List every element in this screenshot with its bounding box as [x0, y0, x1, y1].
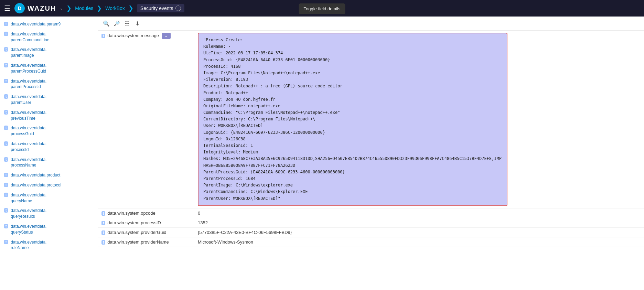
field-table: tdata.win.system.message⌄"Process Create…: [98, 31, 644, 247]
sidebar-item-label-6: data.win.eventdata. previousTime: [11, 110, 46, 121]
sidebar-item-6[interactable]: tdata.win.eventdata. previousTime: [0, 108, 98, 123]
logo-avatar: D: [14, 3, 25, 13]
table-row-0: tdata.win.system.message⌄"Process Create…: [98, 31, 644, 208]
table-row-2: tdata.win.system.processID1352: [98, 218, 644, 227]
type-badge-0: t: [4, 22, 8, 26]
sidebar-item-8[interactable]: tdata.win.eventdata. processId: [0, 139, 98, 155]
breadcrumb-security-events-label: Security events: [140, 6, 173, 11]
zoom-out-icon[interactable]: 🔎: [112, 19, 121, 28]
sidebar-item-label-1: data.win.eventdata. parentCommandLine: [11, 31, 49, 43]
sidebar-item-label-10: data.win.eventdata.product: [11, 172, 60, 178]
chevron-down-button[interactable]: ⌄: [162, 33, 171, 39]
field-value-3: {5770385F-C22A-43E0-BF4C-06F5698FFBD9}: [198, 230, 292, 235]
main-container: tdata.win.eventdata.param9tdata.win.even…: [0, 17, 644, 290]
type-badge-5: t: [4, 94, 8, 99]
logo-text: WAZUH: [28, 4, 56, 12]
breadcrumb-security-events[interactable]: Security events i: [137, 4, 184, 12]
sidebar-item-11[interactable]: tdata.win.eventdata.protocol: [0, 180, 98, 190]
field-type-badge-0: t: [101, 34, 105, 38]
sidebar-item-label-15: data.win.eventdata. ruleName: [11, 239, 46, 251]
type-badge-3: t: [4, 63, 8, 67]
field-value-cell-3: {5770385F-C22A-43E0-BF4C-06F5698FFBD9}: [194, 227, 644, 237]
zoom-in-icon[interactable]: 🔍: [102, 19, 110, 28]
sidebar-item-4[interactable]: tdata.win.eventdata. parentProcessId: [0, 76, 98, 92]
field-value-cell-4: Microsoft-Windows-Sysmon: [194, 237, 644, 247]
type-badge-7: t: [4, 126, 8, 130]
sidebar-item-label-9: data.win.eventdata. processName: [11, 157, 46, 169]
sidebar: tdata.win.eventdata.param9tdata.win.even…: [0, 17, 98, 290]
hamburger-icon[interactable]: ☰: [4, 4, 10, 12]
field-name-4: data.win.system.providerName: [107, 239, 169, 245]
field-type-badge-4: t: [101, 240, 105, 245]
breadcrumb-workbox[interactable]: WorkBox: [105, 6, 125, 11]
sidebar-item-10[interactable]: tdata.win.eventdata.product: [0, 170, 98, 180]
top-nav: ☰ D WAZUH ⌄ ❯ Modules ❯ WorkBox ❯ Securi…: [0, 0, 644, 17]
sidebar-item-13[interactable]: tdata.win.eventdata. queryResults: [0, 206, 98, 222]
sidebar-item-15[interactable]: tdata.win.eventdata. ruleName: [0, 237, 98, 253]
type-badge-8: t: [4, 141, 8, 146]
toolbar: 🔍 🔎 ☷ ⬇: [98, 17, 644, 31]
info-icon[interactable]: i: [175, 6, 181, 11]
field-value-cell-0: "Process Create: RuleName: - UtcTime: 20…: [194, 31, 644, 208]
type-badge-14: t: [4, 224, 8, 228]
field-name-cell-4: tdata.win.system.providerName: [98, 237, 194, 247]
sidebar-item-label-0: data.win.eventdata.param9: [11, 21, 61, 27]
sidebar-item-label-3: data.win.eventdata. parentProcessGuid: [11, 63, 46, 74]
breadcrumb-arrow-2: ❯: [97, 4, 102, 12]
sidebar-item-9[interactable]: tdata.win.eventdata. processName: [0, 155, 98, 171]
field-name-1: data.win.system.opcode: [107, 211, 155, 216]
sidebar-item-label-5: data.win.eventdata. parentUser: [11, 94, 46, 106]
sidebar-item-12[interactable]: tdata.win.eventdata. queryName: [0, 190, 98, 206]
logo-chevron-icon[interactable]: ⌄: [60, 6, 63, 11]
sidebar-item-0[interactable]: tdata.win.eventdata.param9: [0, 19, 98, 29]
message-content: "Process Create: RuleName: - UtcTime: 20…: [203, 37, 502, 202]
type-badge-9: t: [4, 157, 8, 162]
message-box: "Process Create: RuleName: - UtcTime: 20…: [198, 33, 507, 206]
sidebar-item-1[interactable]: tdata.win.eventdata. parentCommandLine: [0, 29, 98, 45]
sidebar-item-3[interactable]: tdata.win.eventdata. parentProcessGuid: [0, 61, 98, 76]
field-type-badge-2: t: [101, 221, 105, 225]
breadcrumb-modules[interactable]: Modules: [75, 6, 93, 11]
type-badge-4: t: [4, 79, 8, 83]
columns-icon[interactable]: ☷: [123, 19, 131, 28]
type-badge-13: t: [4, 208, 8, 213]
field-value-cell-1: 0: [194, 208, 644, 218]
field-value-4: Microsoft-Windows-Sysmon: [198, 239, 253, 245]
download-icon[interactable]: ⬇: [133, 19, 141, 28]
sidebar-item-label-7: data.win.eventdata. processGuid: [11, 125, 46, 137]
field-value-cell-2: 1352: [194, 218, 644, 227]
sidebar-item-label-13: data.win.eventdata. queryResults: [11, 208, 46, 219]
sidebar-item-label-2: data.win.eventdata. parentImage: [11, 47, 46, 58]
field-name-3: data.win.system.providerGuid: [107, 230, 166, 235]
type-badge-10: t: [4, 173, 8, 177]
field-name-0: data.win.system.message: [107, 33, 159, 38]
field-value-1: 0: [198, 211, 200, 216]
content-area: 🔍 🔎 ☷ ⬇ tdata.win.system.message⌄"Proces…: [98, 17, 644, 290]
field-name-cell-0: tdata.win.system.message⌄: [98, 31, 194, 208]
breadcrumb-arrow-1: ❯: [66, 4, 72, 12]
sidebar-item-7[interactable]: tdata.win.eventdata. processGuid: [0, 123, 98, 139]
table-row-3: tdata.win.system.providerGuid{5770385F-C…: [98, 227, 644, 237]
field-value-2: 1352: [198, 220, 208, 225]
sidebar-item-14[interactable]: tdata.win.eventdata. queryStatus: [0, 222, 98, 237]
sidebar-item-label-8: data.win.eventdata. processId: [11, 141, 46, 153]
breadcrumb-arrow-3: ❯: [128, 4, 133, 12]
sidebar-item-5[interactable]: tdata.win.eventdata. parentUser: [0, 92, 98, 108]
type-badge-11: t: [4, 183, 8, 187]
field-type-badge-1: t: [101, 211, 105, 216]
sidebar-item-2[interactable]: tdata.win.eventdata. parentImage: [0, 45, 98, 61]
field-name-cell-2: tdata.win.system.processID: [98, 218, 194, 227]
sidebar-item-label-14: data.win.eventdata. queryStatus: [11, 224, 46, 235]
tooltip-box: Toggle field details: [299, 3, 345, 14]
type-badge-2: t: [4, 47, 8, 52]
sidebar-item-label-12: data.win.eventdata. queryName: [11, 192, 46, 204]
type-badge-1: t: [4, 32, 8, 36]
field-name-cell-1: tdata.win.system.opcode: [98, 208, 194, 218]
table-row-4: tdata.win.system.providerNameMicrosoft-W…: [98, 237, 644, 247]
type-badge-6: t: [4, 110, 8, 115]
table-row-1: tdata.win.system.opcode0: [98, 208, 644, 218]
message-wrapper: "Process Create: RuleName: - UtcTime: 20…: [198, 33, 641, 206]
sidebar-item-label-11: data.win.eventdata.protocol: [11, 182, 61, 188]
field-name-cell-3: tdata.win.system.providerGuid: [98, 227, 194, 237]
type-badge-12: t: [4, 193, 8, 197]
